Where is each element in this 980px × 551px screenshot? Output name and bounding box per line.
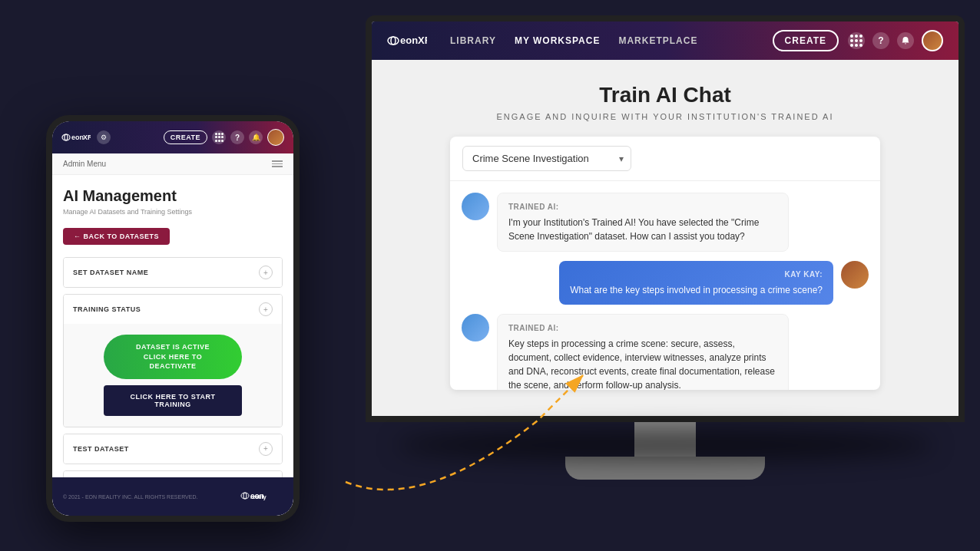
tablet-body: Admin Menu AI Management Manage AI Datas… [52, 153, 293, 516]
start-training-button[interactable]: CLICK HERE TO START TRAINING [104, 385, 242, 416]
accordion-test-dataset: TEST DATASET + [63, 434, 283, 464]
accordion-header-training-status[interactable]: TRAINING STATUS + [64, 295, 282, 324]
ai-message-2: TRAINED AI: Key steps in processing a cr… [497, 314, 789, 390]
svg-text:eon: eon [400, 35, 418, 46]
footer-copyright: © 2021 - EON REALITY INC. ALL RIGHTS RES… [63, 494, 197, 500]
svg-text:reality: reality [250, 494, 267, 500]
tablet-header: eon XR ⚙ CREATE ? [52, 121, 293, 153]
ai-text-2: Key steps in processing a crime scene: s… [508, 338, 775, 390]
tablet-page-subtitle: Manage AI Datasets and Training Settings [63, 208, 283, 216]
create-button[interactable]: CREATE [773, 30, 839, 51]
grid-icon[interactable] [848, 32, 865, 49]
accordion-title-test-dataset: TEST DATASET [73, 445, 129, 453]
message-row-ai-2: TRAINED AI: Key steps in processing a cr… [462, 314, 869, 390]
tablet-bell-icon[interactable]: 🔔 [249, 130, 263, 144]
tablet-admin-bar: Admin Menu [52, 153, 293, 175]
user-text-1: What are the key steps involved in proce… [570, 285, 823, 295]
user-label-1: KAY KAY: [570, 269, 823, 280]
ai-avatar-2 [462, 314, 489, 341]
tablet-footer: © 2021 - EON REALITY INC. ALL RIGHTS RES… [52, 477, 293, 516]
tablet-header-right: CREATE ? 🔔 [164, 129, 284, 146]
accordion-header-dataset-name[interactable]: SET DATASET NAME + [64, 258, 282, 287]
tablet-grid-icon[interactable] [212, 130, 226, 144]
svg-point-9 [243, 493, 247, 499]
page-subtitle: ENGAGE AND INQUIRE WITH YOUR INSTITUTION… [497, 112, 834, 121]
user-avatar-chat-1 [841, 261, 869, 289]
monitor-screen: eon XR LIBRARY MY WORKSPACE MARKETPLACE … [366, 15, 965, 422]
tablet-page-title: AI Management [63, 187, 283, 205]
dataset-selector[interactable]: Crime Scene Investigation General Scienc… [450, 137, 880, 181]
ai-text-1: I'm your Institution's Trained AI! You h… [508, 217, 759, 242]
svg-point-8 [241, 493, 249, 499]
tablet-help-icon[interactable]: ? [230, 130, 244, 144]
accordion-expand-icon-2[interactable]: + [259, 302, 273, 316]
footer-logo-icon: eon reality [240, 489, 283, 503]
training-section: DATASET IS ACTIVE CLICK HERE TO DEACTIVA… [64, 324, 282, 427]
monitor-shadow [396, 430, 934, 460]
hamburger-icon[interactable] [272, 160, 283, 167]
accordion-expand-icon-3[interactable]: + [259, 442, 273, 456]
tablet-screen: eon XR ⚙ CREATE ? [52, 121, 293, 516]
user-message-1: KAY KAY: What are the key steps involved… [559, 261, 833, 305]
header-icons: ? [848, 30, 943, 51]
accordion-expand-icon-1[interactable]: + [259, 266, 273, 279]
accordion-training-status: TRAINING STATUS + DATASET IS ACTIVE CLIC… [63, 294, 283, 427]
accordion-title-training-status: TRAINING STATUS [73, 305, 141, 313]
footer-logo: eon reality [240, 489, 283, 504]
svg-point-5 [65, 134, 68, 140]
deactivate-dataset-button[interactable]: DATASET IS ACTIVE CLICK HERE TO DEACTIVA… [104, 335, 242, 379]
ai-label-2: TRAINED AI: [508, 322, 777, 334]
page-title: Train AI Chat [599, 83, 731, 107]
chat-messages: TRAINED AI: I'm your Institution's Train… [450, 181, 880, 390]
help-icon[interactable]: ? [872, 32, 889, 49]
accordion-set-dataset-name: SET DATASET NAME + [63, 257, 283, 288]
admin-menu-label: Admin Menu [63, 160, 106, 168]
svg-text:XR: XR [418, 35, 427, 46]
nav-workspace[interactable]: MY WORKSPACE [515, 35, 601, 46]
accordion-title-dataset-name: SET DATASET NAME [73, 269, 148, 276]
tablet-settings-icon[interactable]: ⚙ [97, 130, 111, 144]
message-row-user-1: KAY KAY: What are the key steps involved… [462, 261, 869, 305]
svg-text:eon: eon [71, 134, 84, 141]
eon-logo-icon: eon XR [387, 32, 427, 49]
tablet-content: AI Management Manage AI Datasets and Tra… [52, 175, 293, 477]
logo-area: eon XR [387, 32, 427, 49]
main-content-area: Train AI Chat ENGAGE AND INQUIRE WITH YO… [372, 60, 958, 416]
svg-point-1 [391, 37, 396, 45]
main-nav: LIBRARY MY WORKSPACE MARKETPLACE [450, 35, 697, 46]
bell-icon[interactable] [897, 32, 914, 49]
tablet-logo: eon XR ⚙ [61, 130, 157, 144]
dataset-dropdown[interactable]: Crime Scene Investigation General Scienc… [462, 146, 631, 171]
nav-marketplace[interactable]: MARKETPLACE [618, 35, 697, 46]
svg-text:XR: XR [83, 134, 91, 141]
monitor: eon XR LIBRARY MY WORKSPACE MARKETPLACE … [366, 15, 965, 491]
header-right: CREATE ? [773, 30, 943, 51]
user-avatar[interactable] [922, 30, 943, 51]
message-row-ai-1: TRAINED AI: I'm your Institution's Train… [462, 193, 869, 252]
nav-library[interactable]: LIBRARY [450, 35, 496, 46]
svg-point-4 [62, 134, 70, 140]
back-to-datasets-button[interactable]: ← BACK TO DATASETS [63, 228, 170, 245]
tablet-create-button[interactable]: CREATE [164, 130, 207, 144]
app-header: eon XR LIBRARY MY WORKSPACE MARKETPLACE … [372, 21, 958, 60]
accordion-header-delete-dataset[interactable]: DELETE DATASET + [64, 471, 282, 477]
ai-avatar-1 [462, 193, 489, 220]
chat-container: Crime Scene Investigation General Scienc… [450, 137, 880, 390]
ai-label-1: TRAINED AI: [508, 201, 777, 213]
ai-message-1: TRAINED AI: I'm your Institution's Train… [497, 193, 789, 252]
accordion-header-test-dataset[interactable]: TEST DATASET + [64, 434, 282, 464]
svg-point-0 [388, 37, 399, 45]
tablet: eon XR ⚙ CREATE ? [46, 115, 300, 522]
tablet-logo-icon: eon XR [61, 131, 91, 144]
accordion-delete-dataset: DELETE DATASET + [63, 470, 283, 477]
tablet-user-avatar[interactable] [267, 129, 284, 146]
